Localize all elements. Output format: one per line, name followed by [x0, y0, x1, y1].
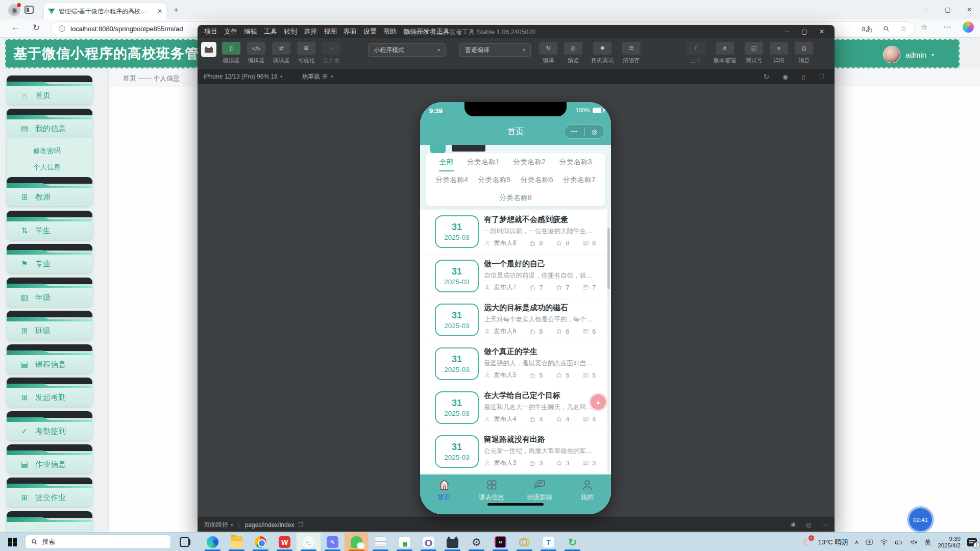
category-tab-2[interactable]: 分类名称2	[513, 158, 546, 167]
menu-view[interactable]: 视图	[324, 27, 337, 36]
category-tab-8[interactable]: 分类名称8	[499, 193, 532, 203]
back-to-top-button[interactable]: ▲	[591, 394, 606, 410]
taskbar-app-wps[interactable]: W	[273, 533, 297, 551]
article-item[interactable]: 312025-03 远大的目标是成功的磁石 上天对每个老实人都是公平的，每个人……	[420, 298, 611, 341]
compile-mode-select[interactable]: 普通编译 ▾	[459, 43, 531, 57]
article-item[interactable]: 312025-03 有了梦想就不会感到疲惫 一段时间以前，一位在港的大陆学生，……	[420, 210, 611, 254]
category-tab-4[interactable]: 分类名称4	[435, 176, 468, 185]
sidebar-item-teachers[interactable]: ⊞教师	[7, 177, 92, 206]
taskbar-app-edge[interactable]	[201, 533, 225, 551]
tab-class-chat[interactable]: 班级群聊	[522, 479, 557, 502]
simulator-button[interactable]: ▯ 模拟器	[221, 42, 241, 64]
menu-edit[interactable]: 编辑	[244, 27, 257, 36]
taskbar-app-rings[interactable]	[416, 533, 440, 551]
editor-button[interactable]: </> 编辑器	[246, 42, 266, 64]
more-dots-icon[interactable]: •••	[565, 129, 584, 134]
menu-select[interactable]: 选择	[304, 27, 317, 36]
mode-select[interactable]: 小程序模式 ▾	[368, 43, 446, 57]
avatar[interactable]	[883, 46, 900, 63]
sidebar-item-my-info[interactable]: ▤我的信息 修改密码 个人信息	[7, 109, 92, 183]
taskbar-app-idea[interactable]: IJ	[488, 533, 512, 551]
sidebar-item-classes[interactable]: ⊞班级	[7, 311, 92, 340]
device-selector[interactable]: iPhone 12/13 (Pro) 96% 16	[204, 73, 278, 80]
article-item[interactable]: 312025-03 在大学给自己定个目标 最近和几名大一的学生聊天，几名同学… …	[420, 386, 611, 429]
screen-record-timer[interactable]: 02:41	[909, 508, 932, 531]
category-tab-5[interactable]: 分类名称5	[478, 176, 511, 185]
tab-mine[interactable]: 我的	[569, 479, 605, 502]
sidebar-item-home[interactable]: ⌂首页	[7, 76, 92, 105]
cloud-dev-button[interactable]: ○ 云开发	[321, 42, 341, 64]
back-icon[interactable]: ←	[11, 22, 20, 33]
sidebar-item-submit-homework[interactable]: ⊞提交作业	[7, 478, 92, 507]
phone-frame-icon[interactable]: ▯	[801, 73, 805, 81]
sidebar-item-courses[interactable]: ▤课程信息	[7, 344, 92, 373]
eye-icon[interactable]: ◎	[806, 521, 812, 529]
menu-goto[interactable]: 转到	[284, 27, 297, 36]
copy-icon[interactable]: ❐	[298, 521, 303, 528]
tab-home[interactable]: 首页	[426, 479, 462, 502]
tray-chevron-up-icon[interactable]: ∧	[854, 539, 859, 545]
translate-icon[interactable]: aあ	[862, 24, 873, 34]
messages-button[interactable]: Ω 消息	[794, 42, 814, 64]
upload-button[interactable]: ↥ 上传	[685, 42, 706, 64]
clear-cache-button[interactable]: ☰ 清缓存	[621, 42, 642, 64]
taskbar-search[interactable]: ⚲ 搜索	[25, 535, 171, 549]
ime-indicator[interactable]: 英	[924, 538, 931, 547]
new-tab-button[interactable]: +	[174, 5, 179, 15]
taskbar-app-settings[interactable]: ⚙	[464, 533, 488, 551]
multi-window-icon[interactable]: ❐	[818, 73, 824, 81]
sidebar-item-students[interactable]: ⇅学生	[7, 211, 92, 240]
refresh-icon[interactable]: ↻	[33, 22, 40, 33]
start-button[interactable]	[8, 538, 17, 546]
tab-course-info[interactable]: 课表信息	[474, 479, 509, 502]
close-target-icon[interactable]: ◎	[585, 128, 605, 136]
weather-widget[interactable]: 13°C 晴朗	[818, 538, 848, 547]
notification-center-icon[interactable]: 1	[967, 538, 977, 546]
sidebar-item-start-attendance[interactable]: ⊞发起考勤	[7, 378, 92, 407]
record-icon[interactable]: ◉	[782, 73, 788, 81]
browser-minimize-button[interactable]: ─	[916, 0, 937, 19]
bug-icon[interactable]: ✱	[791, 521, 796, 529]
menu-settings[interactable]: 设置	[363, 27, 377, 36]
menu-interface[interactable]: 界面	[344, 27, 357, 36]
device-debug-button[interactable]: ✱ 真机调试	[588, 42, 617, 64]
menu-project[interactable]: 项目	[204, 27, 217, 36]
devtools-minimize-button[interactable]: ─	[778, 25, 796, 38]
taskbar-app-sync[interactable]: ↻	[560, 533, 584, 551]
article-item[interactable]: 312025-03 做个真正的学生 最坚强的人，是以宽容的态度面对自己… 发布人…	[420, 342, 611, 385]
category-tab-all[interactable]: 全部	[439, 158, 454, 167]
taskbar-app-explorer[interactable]	[225, 533, 249, 551]
debugger-button[interactable]: ⇄ 调试器	[271, 42, 291, 64]
wifi-icon[interactable]	[880, 538, 888, 546]
taskbar-app-notes[interactable]: ✎	[321, 533, 345, 551]
browser-more-icon[interactable]: ⋯	[943, 22, 951, 32]
task-view-button[interactable]	[180, 537, 189, 547]
cast-icon[interactable]	[865, 538, 873, 546]
pin-simulator-button[interactable]	[201, 42, 216, 57]
home-indicator[interactable]	[487, 503, 544, 506]
version-control-button[interactable]: ⋔ 版本管理	[710, 42, 739, 64]
category-tab-3[interactable]: 分类名称3	[559, 158, 592, 167]
favorite-star-icon[interactable]: ☆	[900, 24, 907, 34]
vertical-tabs-icon[interactable]	[24, 6, 34, 14]
sidebar-subitem-change-password[interactable]: 修改密码	[7, 143, 92, 159]
menu-file[interactable]: 文件	[224, 27, 237, 36]
browser-close-button[interactable]: ✕	[959, 0, 980, 19]
devtools-maximize-button[interactable]: ▢	[796, 25, 813, 38]
path-label[interactable]: 页面路径	[204, 520, 228, 529]
test-account-button[interactable]: ◱ 测试号	[744, 42, 764, 64]
preview-button[interactable]: ◎ 预览	[563, 42, 583, 64]
scrollbar-thumb[interactable]	[607, 228, 610, 289]
miniapp-capsule[interactable]: ••• ◎	[564, 124, 605, 139]
category-tab-6[interactable]: 分类名称6	[521, 176, 553, 185]
taskbar-app-gold-rings[interactable]	[512, 533, 536, 551]
taskbar-app-notepad[interactable]	[369, 533, 393, 551]
menu-tools[interactable]: 工具	[264, 27, 277, 36]
sidebar-item-grades[interactable]: ▥年级	[7, 278, 92, 307]
security-app-icon[interactable]: ☾1	[803, 537, 811, 548]
details-button[interactable]: ≡ 详情	[769, 42, 789, 64]
sidebar-item-partial[interactable]	[7, 511, 92, 532]
sidebar-item-homework-info[interactable]: ▤作业信息	[7, 444, 92, 473]
taskbar-app-chrome[interactable]	[249, 533, 273, 551]
taskbar-app-teambition[interactable]: T	[536, 533, 560, 551]
